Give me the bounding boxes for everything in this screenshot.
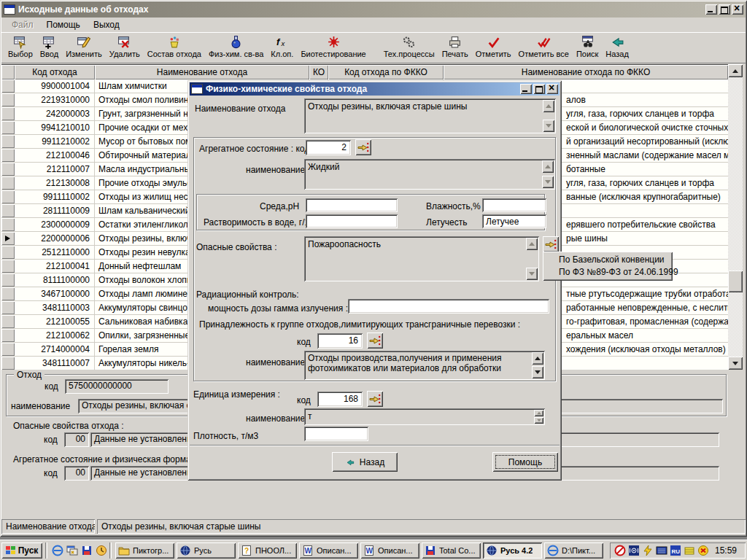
row-selector[interactable] [1, 149, 15, 162]
ph-input[interactable] [306, 198, 398, 212]
transborder-picker-button[interactable] [367, 332, 383, 349]
save-quicklaunch-icon[interactable] [80, 544, 93, 557]
row-selector[interactable] [1, 93, 15, 106]
row-selector[interactable] [1, 315, 15, 328]
task-button-totalcommander[interactable]: Total Co... [422, 542, 481, 559]
row-selector[interactable] [1, 273, 15, 287]
row-selector[interactable] [1, 343, 15, 356]
mute-tray-icon[interactable] [697, 545, 709, 556]
dialog-back-button[interactable]: Назад [332, 452, 398, 472]
row-selector[interactable] [1, 232, 15, 245]
select-button[interactable]: Выбор [4, 34, 36, 63]
dialog-help-button[interactable]: Помощь [492, 452, 558, 472]
row-selector[interactable] [1, 204, 15, 217]
composition-button[interactable]: Состав отхода [144, 34, 205, 63]
memo-up-button[interactable] [532, 352, 543, 365]
ie-quicklaunch-icon[interactable] [51, 544, 64, 557]
spin-down-button[interactable] [534, 417, 543, 424]
hazard-picker-button[interactable] [543, 236, 559, 252]
dialog-maximize-button[interactable] [533, 84, 545, 94]
waste-name-memo[interactable]: Отходы резины, включая старые шины [304, 98, 556, 133]
unit-code-input[interactable]: 168 [317, 392, 363, 407]
window-tray-icon[interactable] [683, 545, 695, 556]
row-selector[interactable] [1, 107, 15, 120]
solubility-input[interactable] [306, 214, 398, 228]
mark-button[interactable]: Отметить [472, 34, 515, 63]
task-button-opisan2[interactable]: W Описан... [360, 542, 419, 559]
hazard-props-memo[interactable]: Пожароопасность [304, 236, 539, 281]
lang-ru-indicator[interactable]: RU [669, 545, 681, 556]
task-button-d-pikt[interactable]: D:\Пикт... [544, 542, 603, 559]
row-selector[interactable] [1, 246, 15, 259]
print-button[interactable]: Печать [438, 34, 472, 63]
row-selector[interactable] [1, 260, 15, 273]
desktop-quicklaunch-icon[interactable] [66, 544, 79, 557]
physchem-button[interactable]: Физ-хим. св-ва [205, 34, 267, 63]
row-selector[interactable] [1, 287, 15, 300]
maximize-button[interactable] [719, 4, 730, 15]
task-button-piktogr[interactable]: Пиктогр... [115, 542, 174, 559]
density-input[interactable] [304, 427, 368, 441]
menu-item-fz89[interactable]: По ФЗ №89-ФЗ от 24.06.1999 [543, 266, 673, 279]
edit-button[interactable]: Изменить [62, 34, 106, 63]
header-fkko-name[interactable]: Наименование отхода по ФККО [444, 65, 728, 79]
back-button[interactable]: Назад [602, 34, 632, 63]
row-selector[interactable] [1, 301, 15, 314]
spin-up-button[interactable] [534, 410, 543, 416]
memo-scroll-up[interactable] [526, 238, 538, 250]
header-waste-name[interactable]: Наименование отхода [95, 65, 309, 79]
row-selector[interactable] [1, 329, 15, 342]
menu-item-basel[interactable]: По Базельской конвенции [543, 254, 673, 266]
scroll-down-button[interactable] [728, 357, 743, 370]
memo-scroll-down[interactable] [526, 268, 538, 280]
minimize-button[interactable] [705, 4, 717, 15]
header-ko[interactable]: КО [309, 65, 328, 79]
row-selector[interactable] [1, 79, 15, 93]
agg-name-memo[interactable]: Жидкий [304, 159, 555, 190]
restricted-tray-icon[interactable] [614, 545, 626, 556]
gamma-input[interactable] [348, 299, 549, 314]
header-waste-code[interactable]: Код отхода [15, 65, 95, 79]
transborder-code-input[interactable]: 16 [317, 333, 363, 349]
memo-down-button[interactable] [542, 176, 554, 188]
agg-state-code-input[interactable]: 2 [306, 140, 351, 155]
scrollbar-thumb[interactable] [728, 271, 743, 292]
row-selector[interactable] [1, 218, 15, 231]
start-button[interactable]: Пуск [1, 542, 42, 559]
delete-button[interactable]: Удалить [106, 34, 144, 63]
volatility-combobox[interactable]: Летучее [482, 214, 546, 228]
unit-picker-button[interactable] [367, 391, 383, 407]
row-selector[interactable] [1, 176, 15, 190]
mark-all-button[interactable]: Отметить все [515, 34, 573, 63]
task-button-pnool[interactable]: ? ПНООЛ... [238, 542, 297, 559]
scheduler-quicklaunch-icon[interactable] [95, 544, 108, 557]
transborder-name-memo[interactable]: Отходы производства,получения и применен… [304, 351, 545, 380]
search-button[interactable]: Поиск [573, 34, 602, 63]
dialog-minimize-button[interactable] [520, 84, 532, 94]
humidity-input[interactable] [482, 198, 546, 212]
hazard-class-button[interactable]: fx Кл.оп. [267, 34, 297, 63]
speaker-tray-icon[interactable] [627, 545, 640, 556]
table-vertical-scrollbar[interactable] [728, 64, 743, 370]
menu-help[interactable]: Помощь [41, 18, 86, 31]
row-selector[interactable] [1, 163, 15, 176]
keyboard-tray-icon[interactable] [655, 545, 667, 556]
dialog-close-button[interactable] [546, 84, 558, 94]
memo-down-button[interactable] [532, 366, 543, 378]
unit-name-field[interactable]: т [304, 408, 545, 425]
taskbar-clock[interactable]: 15:59 [715, 545, 737, 556]
task-button-rus42-active[interactable]: Русь 4.2 [483, 542, 542, 559]
agg-state-picker-button[interactable] [355, 139, 371, 155]
header-fkko-code[interactable]: Код отхода по ФККО [328, 65, 444, 79]
row-selector[interactable] [1, 190, 15, 203]
memo-down-button[interactable] [543, 120, 554, 132]
task-button-rus[interactable]: Русь [177, 542, 236, 559]
scroll-up-button[interactable] [728, 64, 743, 77]
row-selector[interactable] [1, 357, 15, 370]
memo-up-button[interactable] [543, 100, 554, 112]
memo-up-button[interactable] [542, 160, 554, 173]
row-selector[interactable] [1, 121, 15, 134]
add-button[interactable]: Ввод [36, 34, 62, 63]
task-button-opisan1[interactable]: W Описан... [299, 542, 358, 559]
biotest-button[interactable]: Биотестирование [297, 34, 369, 63]
